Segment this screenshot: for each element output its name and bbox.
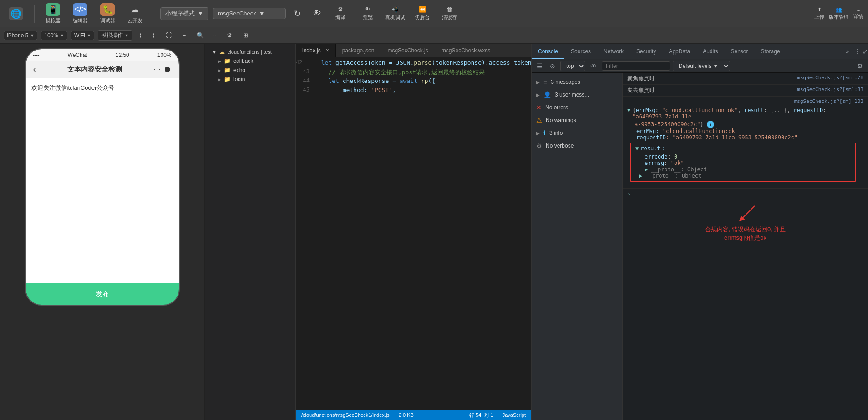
upload-button[interactable]: ⬆ 上传 [814, 7, 824, 20]
add-button[interactable]: + [179, 30, 190, 41]
json-errmsg-line: errMsg: "cloud.callFunction:ok" [627, 128, 859, 134]
devtools-sidebar-toggle[interactable]: ☰ [534, 61, 545, 71]
console-item-warnings[interactable]: ⚠ No warnings [532, 114, 622, 127]
devtools-more-icon[interactable]: » [842, 48, 853, 55]
devtools-block-button[interactable]: ⊘ [548, 61, 558, 71]
tab-package-json[interactable]: package.json [336, 44, 381, 57]
phone-menu-icon[interactable]: ··· [153, 65, 160, 74]
folder-expand-icon[interactable]: ▼ [212, 50, 217, 55]
proto2-expand-icon[interactable]: ▶ [639, 173, 642, 179]
console-item-user[interactable]: ▶ 👤 3 user mess... [532, 88, 622, 101]
tab-index-js-close[interactable]: ✕ [325, 48, 329, 53]
file-tree-login[interactable]: ▶ 📁 login [205, 75, 295, 84]
code-editor[interactable]: 42 let getAccessToken = JSON.parse(token… [296, 57, 531, 410]
phone-battery: 100% [157, 52, 172, 58]
devtools-tab-console[interactable]: Console [532, 44, 564, 59]
console-item-info[interactable]: ▶ ℹ 3 info [532, 127, 622, 139]
code-line-44: 44 let checkResponse = await rp({ [296, 77, 531, 87]
tab-index-js[interactable]: index.js ✕ [296, 44, 336, 57]
json-expand-icon[interactable]: ▼ [627, 107, 630, 113]
tab-msgseccheck-js[interactable]: msgSecCheck.js [381, 44, 435, 57]
login-label: login [233, 76, 245, 82]
devtools-tab-network[interactable]: Network [597, 44, 630, 59]
switch-back-button[interactable]: ⏪ 切后台 [411, 6, 434, 21]
prompt-arrow-icon: › [627, 190, 631, 197]
file-tree-callback[interactable]: ▶ 📁 callback [205, 56, 295, 66]
real-machine-button[interactable]: 📲 真机调试 [384, 6, 406, 21]
refresh-button[interactable]: ↻ [290, 7, 305, 20]
console-input[interactable] [634, 191, 863, 197]
fullscreen-button[interactable]: ⛶ [162, 30, 175, 41]
console-item-errors[interactable]: ✕ No errors [532, 101, 622, 114]
devtools-tab-storage[interactable]: Storage [755, 44, 787, 59]
cloud-dev-button[interactable]: ☁ 云开发 [123, 3, 146, 24]
console-sidebar: ▶ ≡ 3 messages ▶ 👤 3 user mess... ✕ No e… [532, 73, 623, 420]
phone-publish-button[interactable]: 发布 [26, 283, 179, 305]
zoom-select[interactable]: 100% ▼ [41, 31, 67, 40]
devtools-tab-security[interactable]: Security [630, 44, 662, 59]
rotate-left-button[interactable]: ⟨ [136, 30, 145, 41]
version-manager-button[interactable]: 👥 版本管理 [829, 7, 849, 20]
json-errcode-key: errcode [645, 154, 668, 160]
code-line-43: 43 // 请求微信内容安全接口,post请求,返回最终的校验结果 [296, 68, 531, 77]
file-tree-echo[interactable]: ▶ 📁 echo [205, 66, 295, 75]
more-options[interactable]: ··· [213, 32, 218, 39]
mode-select[interactable]: 小程序模式 ▼ [160, 7, 208, 20]
log-src-2[interactable]: msgSecCheck.js?[sm]:83 [797, 87, 863, 94]
log-src-1[interactable]: msgSecCheck.js?[sm]:78 [797, 75, 863, 82]
logo-button[interactable]: 🌐 [5, 7, 27, 20]
devtools-eye-button[interactable]: 👁 [588, 61, 599, 71]
devtools-tab-appdata[interactable]: AppData [662, 44, 696, 59]
log-src-3[interactable]: msgSecCheck.js?[sm]:103 [794, 98, 863, 104]
devtools-tab-sources[interactable]: Sources [564, 44, 597, 59]
devtools-tab-audits[interactable]: Audits [696, 44, 724, 59]
devtools-expand-icon[interactable]: ⤢ [863, 48, 868, 55]
json-errmsg-val: "cloud.callFunction:ok" [663, 128, 738, 134]
console-output: 聚焦焦点时 msgSecCheck.js?[sm]:78 失去焦点时 msgSe… [623, 73, 868, 420]
messages-label: 3 messages [551, 79, 580, 85]
tab-msgseccheck-wxss[interactable]: msgSecCheck.wxss [435, 44, 497, 57]
tab-package-json-label: package.json [342, 47, 375, 54]
devtools-action-icons: ⋮ ⤢ [854, 48, 868, 55]
devtools-tab-sensor[interactable]: Sensor [725, 44, 755, 59]
details-button[interactable]: ≡ 详情 [853, 7, 863, 20]
network-select[interactable]: WiFi ▼ [71, 31, 94, 40]
chevron-down-icon: ▼ [198, 10, 203, 17]
proto1-expand-icon[interactable]: ▶ [645, 166, 648, 173]
search-button[interactable]: 🔍 [193, 30, 208, 41]
code-line-45: 45 method: 'POST', [296, 87, 531, 96]
console-item-verbose[interactable]: ⚙ No verbose [532, 139, 622, 152]
result-expand-icon[interactable]: ▼ [635, 145, 639, 152]
devtools-vertical-dots[interactable]: ⋮ [854, 48, 861, 55]
settings-button[interactable]: ⚙ [223, 30, 236, 41]
callback-label: callback [233, 58, 253, 64]
compile-button[interactable]: ⚙ 编译 [329, 6, 352, 21]
level-select[interactable]: Default levels ▼ [673, 61, 730, 71]
json-proto2-line: ▶ __proto__: Object [635, 173, 851, 179]
devtools-gear-icon[interactable]: ⚙ [855, 61, 865, 71]
api-select[interactable]: msgSecCheck ▼ [213, 8, 286, 19]
operation-select[interactable]: 模拟操作 ▼ [98, 30, 132, 41]
phone-record-icon[interactable]: ⏺ [163, 65, 172, 74]
json-errmsg2-key: errmsg [645, 160, 664, 166]
console-area: ▶ ≡ 3 messages ▶ 👤 3 user mess... ✕ No e… [532, 73, 868, 420]
rotate-right-button[interactable]: ⟩ [149, 30, 158, 41]
editor-panel: index.js ✕ package.json msgSecCheck.js m… [296, 44, 531, 420]
layout-button[interactable]: ⊞ [239, 30, 252, 41]
console-item-messages[interactable]: ▶ ≡ 3 messages [532, 76, 622, 88]
device-select[interactable]: iPhone 5 ▼ [4, 31, 37, 40]
editor-button[interactable]: </> 编辑器 [69, 3, 91, 24]
console-prompt: › [623, 189, 868, 199]
json-output: ▼ {errMsg: "cloud.callFunction:ok", resu… [627, 104, 863, 186]
eye-button[interactable]: 👁 [309, 7, 325, 20]
log-text-1: 聚焦焦点时 [627, 75, 797, 82]
context-select[interactable]: top [560, 61, 585, 71]
filter-input[interactable] [602, 61, 670, 71]
tab-index-js-label: index.js [302, 47, 321, 54]
folder-arrow-icon: ▶ [218, 59, 221, 64]
preview-button[interactable]: 👁 预览 [356, 6, 379, 21]
simulator-button[interactable]: 📱 模拟器 [41, 3, 64, 24]
clear-cache-button[interactable]: 🗑 清缓存 [438, 6, 461, 21]
debugger-button[interactable]: 🐛 调试器 [96, 3, 119, 24]
second-toolbar: iPhone 5 ▼ 100% ▼ WiFi ▼ 模拟操作 ▼ ⟨ ⟩ ⛶ + … [0, 27, 868, 44]
